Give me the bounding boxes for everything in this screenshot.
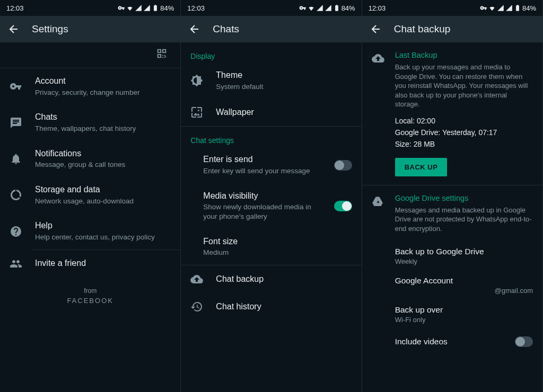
item-title: Theme — [216, 70, 352, 81]
media-visibility-toggle[interactable] — [334, 201, 352, 211]
settings-item-invite[interactable]: Invite a friend — [0, 250, 180, 278]
settings-item-account[interactable]: Account Privacy, security, change number — [0, 68, 180, 104]
item-subtitle: Medium — [203, 248, 352, 257]
page-title: Chat backup — [394, 23, 451, 35]
signal-icon-2 — [143, 4, 151, 12]
battery-percent: 84% — [522, 4, 536, 12]
settings-content: Account Privacy, security, change number… — [0, 42, 180, 392]
chats-item-font-size[interactable]: Font size Medium — [181, 229, 361, 265]
data-usage-icon — [10, 189, 22, 201]
backup-button[interactable]: BACK UP — [395, 158, 448, 176]
back-icon[interactable] — [7, 23, 20, 35]
item-subtitle: Show newly downloaded media in your phon… — [203, 202, 321, 221]
wifi-icon — [126, 4, 134, 12]
page-title: Chats — [213, 23, 239, 35]
settings-item-help[interactable]: Help Help center, contact us, privacy po… — [0, 213, 180, 249]
item-title: Include videos — [395, 337, 448, 346]
cloud-upload-icon — [190, 273, 203, 286]
backup-content: Last Backup Back up your messages and me… — [362, 42, 542, 392]
theme-icon — [190, 74, 203, 87]
app-bar: Chats — [181, 16, 361, 42]
chats-panel: 12:03 84% Chats Display Theme System def… — [181, 0, 362, 392]
settings-item-notifications[interactable]: Notifications Message, group & call tone… — [0, 141, 180, 177]
item-title: Account — [35, 76, 171, 87]
vpn-key-icon — [480, 4, 487, 12]
signal-icon — [135, 4, 142, 12]
settings-item-storage[interactable]: Storage and data Network usage, auto-dow… — [0, 177, 180, 213]
include-videos-toggle[interactable] — [515, 336, 533, 347]
display-header: Display — [181, 42, 361, 63]
key-icon — [10, 80, 22, 93]
chats-item-enter-send[interactable]: Enter is send Enter key will send your m… — [181, 147, 361, 183]
signal-icon — [497, 4, 504, 12]
item-title: Notifications — [35, 148, 171, 159]
item-title: Storage and data — [35, 184, 171, 195]
battery-icon — [333, 4, 340, 12]
item-subtitle: Wi-Fi only — [395, 316, 533, 324]
item-title: Media visibility — [203, 191, 321, 202]
last-backup-block: Last Backup Back up your messages and me… — [362, 42, 542, 185]
item-subtitle: Weekly — [395, 257, 533, 265]
chat-backup-panel: 12:03 84% Chat backup Last Backup Back u… — [362, 0, 543, 392]
status-bar: 12:03 84% — [0, 0, 180, 16]
status-bar: 12:03 84% — [362, 0, 542, 16]
item-subtitle: Privacy, security, change number — [35, 88, 171, 97]
item-title: Font size — [203, 236, 352, 247]
qr-code-icon[interactable] — [156, 48, 168, 59]
chats-content: Display Theme System default Wallpaper C… — [181, 42, 361, 392]
item-subtitle: Help center, contact us, privacy policy — [35, 233, 171, 242]
history-icon — [190, 300, 203, 313]
gds-account[interactable]: Google Account @gmail.com — [362, 271, 542, 300]
item-subtitle: @gmail.com — [395, 287, 533, 295]
backup-size: Size: 28 MB — [395, 140, 533, 148]
item-title: Back up over — [395, 305, 533, 315]
battery-percent: 84% — [160, 4, 174, 12]
from-facebook: from FACEBOOK — [0, 287, 180, 305]
chats-item-chat-backup[interactable]: Chat backup — [181, 265, 361, 293]
battery-percent: 84% — [341, 4, 355, 12]
people-icon — [10, 257, 22, 270]
status-icons: 84% — [299, 4, 355, 12]
google-drive-icon — [372, 195, 384, 208]
settings-item-chats[interactable]: Chats Theme, wallpapers, chat history — [0, 104, 180, 140]
gds-backup-over[interactable]: Back up over Wi-Fi only — [362, 300, 542, 329]
item-title: Back up to Google Drive — [395, 247, 533, 256]
gds-block: Google Drive settings Messages and media… — [362, 185, 542, 242]
chats-item-theme[interactable]: Theme System default — [181, 63, 361, 99]
back-icon[interactable] — [188, 23, 201, 35]
chats-item-chat-history[interactable]: Chat history — [181, 293, 361, 320]
chats-item-media-visibility[interactable]: Media visibility Show newly downloaded m… — [181, 183, 361, 229]
status-bar: 12:03 84% — [181, 0, 361, 16]
vpn-key-icon — [118, 4, 125, 12]
gds-desc: Messages and media backed up in Google D… — [395, 206, 533, 234]
gds-include-videos[interactable]: Include videos — [362, 329, 542, 354]
signal-icon-2 — [505, 4, 513, 12]
page-title: Settings — [32, 23, 68, 35]
status-icons: 84% — [480, 4, 536, 12]
app-bar: Chat backup — [362, 16, 542, 42]
back-icon[interactable] — [370, 23, 382, 35]
item-title: Help — [35, 220, 171, 231]
gds-backup-to[interactable]: Back up to Google Drive Weekly — [362, 242, 542, 271]
item-title: Google Account — [395, 276, 533, 286]
item-subtitle: Enter key will send your message — [203, 166, 321, 176]
last-backup-title: Last Backup — [395, 51, 533, 59]
gds-title: Google Drive settings — [395, 194, 533, 202]
signal-icon-2 — [325, 4, 332, 12]
settings-panel: 12:03 84% Settings Account Privacy, secu… — [0, 0, 181, 392]
item-title: Chats — [35, 112, 171, 123]
enter-send-toggle[interactable] — [334, 160, 352, 171]
chat-settings-header: Chat settings — [181, 127, 361, 147]
cloud-upload-icon — [372, 52, 384, 65]
backup-drive: Google Drive: Yesterday, 07:17 — [395, 128, 533, 137]
battery-icon — [152, 4, 159, 12]
battery-icon — [514, 4, 521, 12]
chats-item-wallpaper[interactable]: Wallpaper — [181, 99, 361, 126]
item-title: Enter is send — [203, 154, 321, 165]
signal-icon — [316, 4, 323, 12]
status-time: 12:03 — [6, 4, 24, 12]
item-subtitle: Message, group & call tones — [35, 160, 171, 170]
item-title: Invite a friend — [35, 258, 171, 269]
wifi-icon — [308, 4, 315, 12]
item-title: Chat history — [216, 301, 352, 313]
